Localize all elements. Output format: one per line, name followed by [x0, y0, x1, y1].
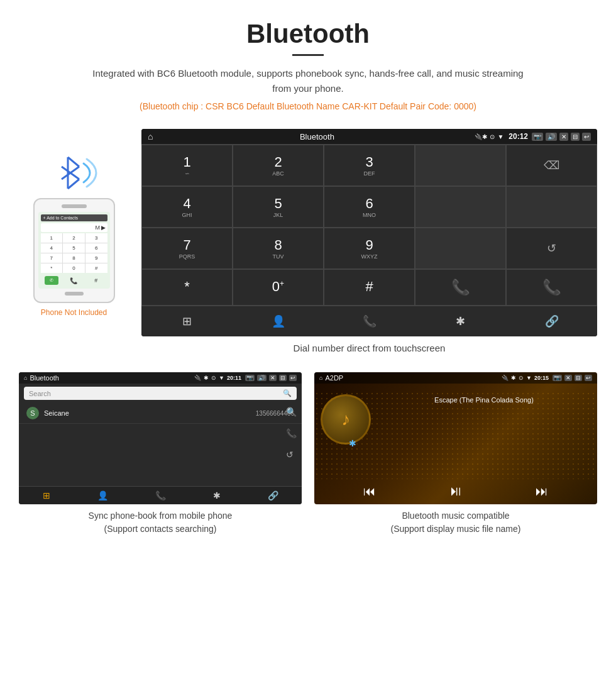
key-num-0: 0+	[239, 279, 317, 295]
window-icon: ⊟	[571, 133, 580, 141]
dial-key-3[interactable]: 3 DEF	[324, 145, 415, 186]
dial-key-4[interactable]: 4 GHI	[141, 186, 233, 228]
music-time: 20:15	[534, 375, 549, 381]
music-loc-icon: ⊙	[519, 375, 524, 381]
pb-contact-row: S Seicane 13566664466	[19, 403, 302, 424]
dial-bottom-phone-icon[interactable]: 📞	[324, 311, 415, 331]
dial-key-0[interactable]: 0+	[233, 269, 324, 306]
dial-key-hash[interactable]: #	[324, 269, 415, 306]
music-next-button[interactable]: ⏭	[536, 484, 548, 499]
dial-key-2[interactable]: 2 ABC	[233, 145, 324, 186]
camera-icon: 📷	[532, 133, 543, 141]
pb-refresh-side-icon[interactable]: ↺	[286, 450, 297, 460]
dial-key-9[interactable]: 9 WXYZ	[324, 228, 415, 269]
music-album-art: ♪ ✱	[321, 394, 371, 445]
key-num-5: 5	[239, 196, 317, 212]
pb-contact-name: Seicane	[44, 409, 256, 417]
phone-key-hash[interactable]: #	[85, 263, 107, 273]
phone-key-3[interactable]: 3	[85, 233, 107, 243]
status-time: 20:12	[509, 132, 528, 141]
dial-key-1[interactable]: 1 ∽	[141, 145, 233, 186]
pb-time: 20:11	[227, 375, 241, 381]
music-title: A2DP	[325, 374, 499, 382]
android-dial-screen: ⌂ Bluetooth 🔌 ✱ ⊙ ▼ 20:12 📷 🔊 ✕ ⊟ ↩	[141, 129, 597, 336]
phone-hash-btn[interactable]: #	[89, 276, 103, 285]
phone-key-7[interactable]: 7	[41, 253, 63, 263]
key-num-4: 4	[148, 196, 226, 212]
pb-title: Bluetooth	[30, 374, 192, 382]
dial-refresh-button[interactable]: ↺	[506, 228, 597, 269]
dial-bottom-grid-icon[interactable]: ⊞	[141, 311, 233, 331]
music-statusbar: ⌂ A2DP 🔌 ✱ ⊙ ▼ 20:15 📷 ✕ ⊟ ↩	[314, 372, 597, 384]
pb-vol-icon: 🔊	[257, 375, 267, 381]
key-num-7: 7	[148, 237, 226, 253]
music-screen: ⌂ A2DP 🔌 ✱ ⊙ ▼ 20:15 📷 ✕ ⊟ ↩ ♪ ✱ Escape …	[314, 372, 597, 504]
pb-search-bar[interactable]: Search 🔍	[24, 387, 297, 400]
phone-key-1[interactable]: 1	[41, 233, 63, 243]
dial-bottom-contacts-icon[interactable]: 👤	[233, 311, 324, 331]
key-num-9: 9	[331, 237, 408, 253]
pb-home-icon: ⌂	[24, 375, 27, 381]
phone-key-4[interactable]: 4	[41, 243, 63, 253]
dial-call-green-button[interactable]: 📞	[415, 269, 506, 306]
pb-bottom-phone[interactable]: 📞	[155, 490, 166, 501]
dial-screen-section: ⌂ Bluetooth 🔌 ✱ ⊙ ▼ 20:12 📷 🔊 ✕ ⊟ ↩	[141, 129, 597, 353]
music-signal-icon: ▼	[526, 375, 532, 381]
music-bt-overlay-icon: ✱	[349, 438, 356, 448]
pb-search-side-icon[interactable]: 🔍	[286, 407, 297, 417]
music-usb-icon: 🔌	[502, 375, 509, 381]
signal-icon: ▼	[497, 133, 503, 140]
pb-bottom-contacts[interactable]: 👤	[97, 490, 108, 501]
dial-keypad: 1 ∽ 2 ABC 3 DEF ⌫ 4 GHI	[141, 144, 597, 306]
page-description: Integrated with BC6 Bluetooth module, su…	[88, 66, 528, 96]
dial-bottom-link-icon[interactable]: 🔗	[506, 311, 597, 331]
dial-bottom-bluetooth-icon[interactable]: ✱	[415, 311, 506, 331]
phone-icon: 📞	[67, 276, 80, 285]
dial-key-empty-4	[415, 228, 506, 269]
pb-bottom-grid[interactable]: ⊞	[43, 490, 50, 501]
phone-home-button[interactable]	[65, 292, 84, 296]
refresh-icon: ↺	[547, 241, 556, 255]
page-title: Bluetooth	[13, 19, 603, 49]
status-icons: ✱ ⊙ ▼ 20:12	[482, 132, 528, 141]
music-note-icon: ♪	[341, 409, 350, 429]
dial-key-8[interactable]: 8 TUV	[233, 228, 324, 269]
music-close-icon: ✕	[564, 375, 572, 381]
location-icon: ⊙	[490, 133, 495, 140]
bottom-row: ⌂ Bluetooth 🔌 ✱ ⊙ ▼ 20:11 📷 🔊 ✕ ⊟ ↩ Sear…	[0, 366, 616, 548]
phone-key-9[interactable]: 9	[85, 253, 107, 263]
pb-phone-side-icon[interactable]: 📞	[286, 428, 297, 438]
pb-right-icons: 🔍 📞 ↺	[286, 407, 297, 460]
music-prev-button[interactable]: ⏮	[363, 484, 376, 499]
dial-call-red-button[interactable]: 📞	[506, 269, 597, 306]
dial-caption: Dial number direct from touchscreen	[141, 343, 597, 353]
dial-key-star[interactable]: *	[141, 269, 233, 306]
volume-icon: 🔊	[546, 133, 557, 141]
phone-key-5[interactable]: 5	[63, 243, 85, 253]
dial-backspace-button[interactable]: ⌫	[506, 145, 597, 186]
dial-key-empty-1	[415, 145, 506, 186]
call-green-icon: 📞	[451, 279, 470, 296]
title-divider	[292, 54, 324, 56]
phone-key-star[interactable]: *	[41, 263, 63, 273]
bluetooth-svg	[49, 148, 99, 198]
music-win-icon: ⊟	[575, 375, 582, 381]
phone-section: + Add to Contacts M ▶ 1 2 3 4 5 6 7 8 9 …	[19, 129, 129, 353]
dial-key-6[interactable]: 6 MNO	[324, 186, 415, 228]
call-red-icon: 📞	[542, 279, 561, 296]
key-num-star: *	[148, 279, 226, 295]
phone-call-button[interactable]: ✆	[45, 276, 58, 285]
phone-screen-header: + Add to Contacts	[41, 214, 107, 221]
dial-key-7[interactable]: 7 PQRS	[141, 228, 233, 269]
dial-statusbar: ⌂ Bluetooth 🔌 ✱ ⊙ ▼ 20:12 📷 🔊 ✕ ⊟ ↩	[141, 129, 597, 144]
pb-bottom-bt[interactable]: ✱	[213, 490, 221, 501]
phone-key-6[interactable]: 6	[85, 243, 107, 253]
phone-key-2[interactable]: 2	[63, 233, 85, 243]
music-play-pause-button[interactable]: ⏯	[449, 483, 463, 499]
pb-win-icon: ⊟	[279, 375, 287, 381]
status-right-icons: 📷 🔊 ✕ ⊟ ↩	[532, 133, 591, 141]
pb-bottom-link[interactable]: 🔗	[268, 490, 278, 501]
dial-key-5[interactable]: 5 JKL	[233, 186, 324, 228]
phone-key-0[interactable]: 0	[63, 263, 85, 273]
phone-key-8[interactable]: 8	[63, 253, 85, 263]
